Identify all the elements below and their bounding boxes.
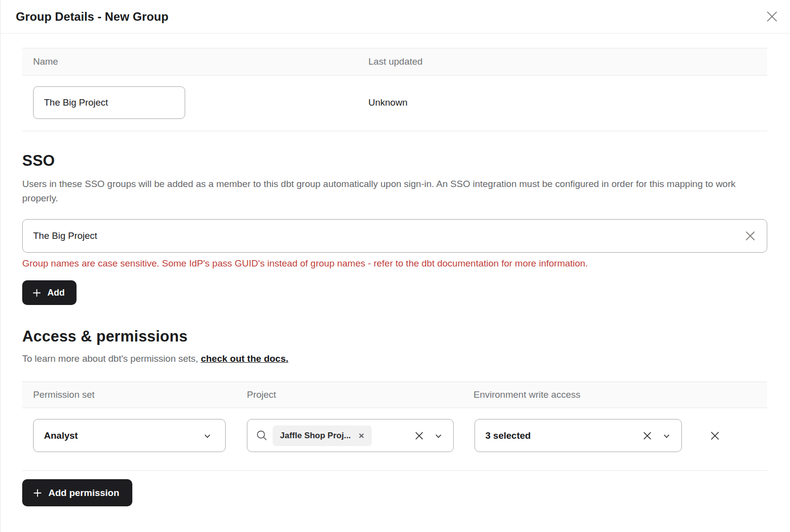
group-table-row: Unknown (22, 76, 767, 131)
permissions-heading: Access & permissions (22, 328, 767, 345)
sso-heading: SSO (22, 152, 767, 170)
add-permission-button[interactable]: Add permission (22, 479, 132, 506)
column-header-project: Project (247, 389, 474, 400)
last-updated-value: Unknown (357, 97, 767, 108)
add-permission-button-label: Add permission (48, 488, 119, 498)
sso-add-button-label: Add (47, 288, 65, 298)
chevron-down-icon (434, 431, 443, 441)
tag-remove-x-icon (358, 433, 364, 439)
group-details-modal: Group Details - New Group Name Last upda… (0, 0, 790, 532)
permissions-description: To learn more about dbt's permission set… (22, 353, 767, 364)
column-header-name: Name (22, 56, 357, 67)
environment-access-value: 3 selected (485, 430, 531, 441)
permission-set-select[interactable]: Analyst (33, 419, 226, 452)
project-multiselect[interactable]: Jaffle Shop Proj... (247, 419, 454, 452)
close-icon (765, 10, 779, 23)
environment-clear-button[interactable] (642, 430, 653, 441)
sso-group-clear-button[interactable] (744, 230, 756, 242)
permission-set-value: Analyst (44, 430, 78, 441)
group-name-input[interactable] (33, 86, 185, 119)
modal-header: Group Details - New Group (0, 0, 790, 34)
plus-icon (32, 288, 41, 298)
modal-title: Group Details - New Group (16, 10, 168, 24)
permission-row: Analyst Jaffle Shop Proj... (22, 408, 767, 471)
delete-permission-row-button[interactable] (709, 430, 721, 442)
docs-link[interactable]: check out the docs. (201, 353, 288, 364)
chevron-down-icon (662, 431, 672, 441)
permissions-description-text: To learn more about dbt's permission set… (22, 353, 201, 364)
column-header-environment: Environment write access (474, 389, 767, 400)
project-tag: Jaffle Shop Proj... (273, 425, 372, 446)
column-header-last-updated: Last updated (357, 56, 767, 67)
project-tag-remove-button[interactable] (357, 432, 365, 440)
environment-access-multiselect[interactable]: 3 selected (474, 419, 682, 452)
modal-content: Name Last updated Unknown SSO Users in t… (0, 48, 790, 506)
delete-row-x-icon (709, 430, 721, 442)
sso-description: Users in these SSO groups will be added … (22, 177, 767, 205)
plus-icon (33, 488, 42, 498)
clear-x-icon (744, 230, 756, 242)
close-button[interactable] (763, 8, 780, 25)
sso-group-field (22, 219, 767, 253)
group-table-header: Name Last updated (22, 48, 767, 76)
column-header-permission-set: Permission set (22, 389, 247, 400)
sso-add-button[interactable]: Add (22, 280, 77, 305)
clear-x-icon (642, 430, 653, 441)
search-icon (256, 429, 268, 442)
clear-x-icon (414, 430, 425, 441)
sso-group-input[interactable] (22, 219, 767, 253)
chevron-down-icon (202, 431, 212, 441)
permissions-table-header: Permission set Project Environment write… (22, 381, 767, 408)
sso-error-text: Group names are case sensitive. Some IdP… (22, 258, 767, 269)
project-tag-label: Jaffle Shop Proj... (280, 431, 351, 441)
project-clear-button[interactable] (414, 430, 425, 441)
